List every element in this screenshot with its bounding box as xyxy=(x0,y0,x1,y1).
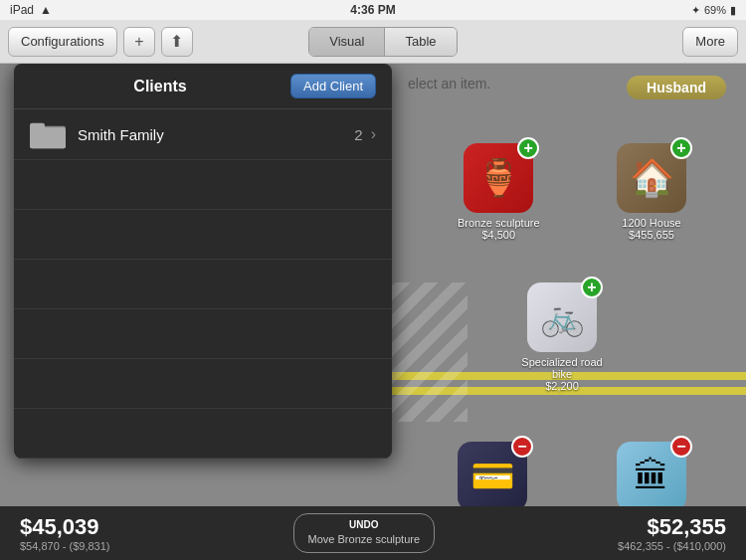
empty-row xyxy=(14,160,392,210)
remove-badge[interactable]: − xyxy=(511,436,533,458)
status-bar: iPad ▲ 4:36 PM ✦ 69% ▮ xyxy=(0,0,746,20)
bluetooth-icon: ✦ xyxy=(691,4,700,17)
bottom-bar: $45,039 $54,870 - ($9,831) UNDO Move Bro… xyxy=(0,506,746,560)
clients-list: Smith Family 2 › xyxy=(14,109,392,459)
clients-header: Clients Add Client xyxy=(14,64,392,109)
add-client-button[interactable]: Add Client xyxy=(290,74,376,98)
asset-icon-wrap: 🏺 + xyxy=(464,143,533,213)
undo-action: Move Bronze sculpture xyxy=(308,533,421,545)
edit-hint: elect an item. xyxy=(408,76,490,92)
empty-row xyxy=(14,409,392,459)
left-total: $45,039 xyxy=(20,514,99,540)
client-count: 2 xyxy=(354,126,362,143)
folder-icon xyxy=(30,119,66,149)
right-total: $52,355 xyxy=(647,514,726,540)
empty-row xyxy=(14,359,392,409)
client-row[interactable]: Smith Family 2 › xyxy=(14,109,392,160)
chevron-right-icon: › xyxy=(371,125,376,143)
status-time: 4:36 PM xyxy=(350,3,395,17)
left-total-section: $45,039 $54,870 - ($9,831) xyxy=(20,514,110,552)
asset-item-house-1200[interactable]: 🏠 + 1200 House $455,655 xyxy=(617,143,686,241)
toolbar: Configurations + ⬆ Visual Table More xyxy=(0,20,746,64)
right-total-section: $52,355 $462,355 - ($410,000) xyxy=(618,514,726,552)
clients-dropdown: Clients Add Client Smith Family 2 › xyxy=(14,64,392,459)
asset-icon-wrap: 🏠 + xyxy=(617,143,686,213)
asset-value: $455,655 xyxy=(629,229,674,241)
asset-icon-wrap: 🚲 + xyxy=(527,282,597,352)
more-button[interactable]: More xyxy=(682,27,738,57)
status-right: ✦ 69% ▮ xyxy=(691,4,736,17)
svg-rect-1 xyxy=(30,127,66,148)
asset-value: $2,200 xyxy=(545,380,579,392)
wifi-icon: ▲ xyxy=(40,3,52,17)
left-subtotal: $54,870 - ($9,831) xyxy=(20,540,110,552)
undo-label: UNDO xyxy=(308,518,421,532)
asset-icon-wrap: 💳 − xyxy=(458,442,527,511)
add-badge[interactable]: + xyxy=(517,137,539,159)
main-content: elect an item. Husband 🏺 + Bronze sculpt… xyxy=(0,64,746,560)
asset-item-bronze-sculpture[interactable]: 🏺 + Bronze sculpture $4,500 xyxy=(458,143,540,241)
asset-value: $4,500 xyxy=(481,229,515,241)
right-subtotal: $462,355 - ($410,000) xyxy=(618,540,726,552)
undo-button[interactable]: UNDO Move Bronze sculpture xyxy=(293,513,436,552)
battery-percentage: 69% xyxy=(704,4,726,16)
status-left: iPad ▲ xyxy=(10,3,52,17)
empty-row xyxy=(14,210,392,260)
client-name: Smith Family xyxy=(78,126,354,143)
asset-label: Bronze sculpture xyxy=(458,217,540,229)
empty-row xyxy=(14,260,392,309)
table-tab[interactable]: Table xyxy=(385,28,456,56)
add-badge[interactable]: + xyxy=(670,137,692,159)
add-badge[interactable]: + xyxy=(581,277,603,298)
configurations-button[interactable]: Configurations xyxy=(8,27,117,57)
remove-badge[interactable]: − xyxy=(670,436,692,458)
asset-label: Specialized road bike xyxy=(517,356,607,380)
asset-label: 1200 House xyxy=(622,217,680,229)
husband-label: Husband xyxy=(627,76,726,99)
svg-rect-2 xyxy=(30,123,45,131)
visual-tab[interactable]: Visual xyxy=(309,28,385,56)
asset-icon-wrap: 🏛 − xyxy=(617,442,686,511)
battery-icon: ▮ xyxy=(730,4,736,17)
ipad-label: iPad xyxy=(10,3,34,17)
asset-item-road-bike[interactable]: 🚲 + Specialized road bike $2,200 xyxy=(517,282,607,392)
add-button[interactable]: + xyxy=(123,27,155,57)
share-button[interactable]: ⬆ xyxy=(161,27,193,57)
share-icon: ⬆ xyxy=(170,32,183,51)
empty-row xyxy=(14,309,392,359)
clients-title: Clients xyxy=(30,78,290,95)
view-segment: Visual Table xyxy=(308,27,457,57)
